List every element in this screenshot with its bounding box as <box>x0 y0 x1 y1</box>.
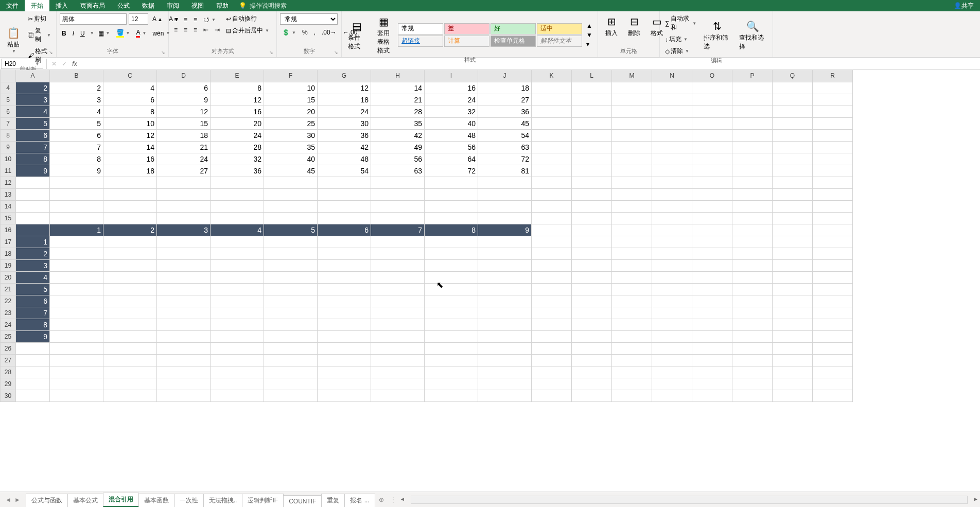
cell-B10[interactable]: 8 <box>50 153 103 165</box>
row-header-30[interactable]: 30 <box>1 390 16 401</box>
cell-R18[interactable] <box>813 248 853 259</box>
cell-D9[interactable]: 21 <box>157 141 211 153</box>
cell-M6[interactable] <box>612 106 652 117</box>
cell-L17[interactable] <box>572 236 612 248</box>
row-header-27[interactable]: 27 <box>1 354 16 366</box>
sheet-tab-1[interactable]: 基本公式 <box>67 494 103 507</box>
menu-tab-审阅[interactable]: 审阅 <box>161 0 185 11</box>
cell-B17[interactable] <box>50 236 103 248</box>
cell-P20[interactable] <box>732 271 773 283</box>
cell-J29[interactable] <box>478 378 532 390</box>
cell-A25[interactable]: 9 <box>16 330 50 342</box>
cell-O23[interactable] <box>692 307 732 319</box>
cell-A19[interactable]: 3 <box>16 259 50 271</box>
cell-K22[interactable] <box>532 295 572 307</box>
border-button[interactable]: ▦▼ <box>96 29 112 38</box>
cell-K30[interactable] <box>532 390 572 401</box>
cell-M5[interactable] <box>612 94 652 106</box>
sheet-nav-first[interactable]: ◄ <box>5 496 11 503</box>
cell-E7[interactable]: 20 <box>211 117 264 129</box>
cell-J7[interactable]: 45 <box>478 117 532 129</box>
cell-C30[interactable] <box>103 390 157 401</box>
cell-F17[interactable] <box>264 236 318 248</box>
cell-P14[interactable] <box>732 200 773 212</box>
cell-A30[interactable] <box>16 390 50 401</box>
cell-P19[interactable] <box>732 259 773 271</box>
cell-G15[interactable] <box>318 212 371 224</box>
cell-I13[interactable] <box>425 188 478 200</box>
cell-I30[interactable] <box>425 390 478 401</box>
cell-N19[interactable] <box>652 259 692 271</box>
cell-G6[interactable]: 24 <box>318 106 371 117</box>
cell-J6[interactable]: 36 <box>478 106 532 117</box>
cell-H27[interactable] <box>371 354 425 366</box>
underline-button[interactable]: U <box>78 29 87 38</box>
row-header-13[interactable]: 13 <box>1 188 16 200</box>
cell-O26[interactable] <box>692 342 732 354</box>
cell-I20[interactable] <box>425 271 478 283</box>
column-header-N[interactable]: N <box>652 70 692 82</box>
cell-C9[interactable]: 14 <box>103 141 157 153</box>
row-header-14[interactable]: 14 <box>1 200 16 212</box>
cell-M29[interactable] <box>612 378 652 390</box>
cell-G17[interactable] <box>318 236 371 248</box>
cell-Q29[interactable] <box>773 378 813 390</box>
cell-L19[interactable] <box>572 259 612 271</box>
cell-I12[interactable] <box>425 177 478 188</box>
cell-R15[interactable] <box>813 212 853 224</box>
column-header-P[interactable]: P <box>732 70 773 82</box>
cell-A26[interactable] <box>16 342 50 354</box>
cell-F30[interactable] <box>264 390 318 401</box>
autosum-button[interactable]: ∑自动求和▼ <box>663 13 698 33</box>
dialog-launcher-icon[interactable]: ↘ <box>161 50 167 56</box>
sheet-nav-next[interactable]: ► <box>14 496 21 503</box>
cell-K11[interactable] <box>532 165 572 177</box>
cell-C28[interactable] <box>103 366 157 378</box>
cell-O21[interactable] <box>692 283 732 295</box>
cell-E28[interactable] <box>211 366 264 378</box>
cell-G18[interactable] <box>318 248 371 259</box>
conditional-format-button[interactable]: ▤ 条件格式 <box>345 18 370 52</box>
cell-I5[interactable]: 24 <box>425 94 478 106</box>
cell-Q17[interactable] <box>773 236 813 248</box>
cell-O20[interactable] <box>692 271 732 283</box>
cell-H7[interactable]: 35 <box>371 117 425 129</box>
cell-K8[interactable] <box>532 129 572 141</box>
cell-E22[interactable] <box>211 295 264 307</box>
menu-tab-页面布局[interactable]: 页面布局 <box>74 0 111 11</box>
cell-G26[interactable] <box>318 342 371 354</box>
find-select-button[interactable]: 🔍查找和选择 <box>736 18 769 52</box>
cell-N27[interactable] <box>652 354 692 366</box>
cell-M25[interactable] <box>612 330 652 342</box>
cell-C19[interactable] <box>103 259 157 271</box>
accounting-format-button[interactable]: 💲▼ <box>280 28 298 37</box>
decrease-indent-button[interactable]: ⇤ <box>201 25 211 34</box>
increase-decimal-button[interactable]: .00→ <box>320 28 339 37</box>
cell-P29[interactable] <box>732 378 773 390</box>
cell-O6[interactable] <box>692 106 732 117</box>
cell-N17[interactable] <box>652 236 692 248</box>
cell-L12[interactable] <box>572 177 612 188</box>
cell-H29[interactable] <box>371 378 425 390</box>
cell-D6[interactable]: 12 <box>157 106 211 117</box>
cell-L8[interactable] <box>572 129 612 141</box>
cell-E8[interactable]: 24 <box>211 129 264 141</box>
cell-B14[interactable] <box>50 200 103 212</box>
hscroll-left[interactable]: ◄ <box>398 496 407 503</box>
cell-N28[interactable] <box>652 366 692 378</box>
cell-F22[interactable] <box>264 295 318 307</box>
cell-F12[interactable] <box>264 177 318 188</box>
cell-D15[interactable] <box>157 212 211 224</box>
cell-C8[interactable]: 12 <box>103 129 157 141</box>
cell-K24[interactable] <box>532 319 572 330</box>
cell-E6[interactable]: 16 <box>211 106 264 117</box>
merge-center-button[interactable]: ⊟合并后居中▼ <box>224 25 271 36</box>
cell-R30[interactable] <box>813 390 853 401</box>
cell-H5[interactable]: 21 <box>371 94 425 106</box>
cell-M17[interactable] <box>612 236 652 248</box>
cell-E20[interactable] <box>211 271 264 283</box>
column-header-G[interactable]: G <box>318 70 371 82</box>
cell-E11[interactable]: 36 <box>211 165 264 177</box>
cell-E4[interactable]: 8 <box>211 82 264 94</box>
row-header-18[interactable]: 18 <box>1 248 16 259</box>
